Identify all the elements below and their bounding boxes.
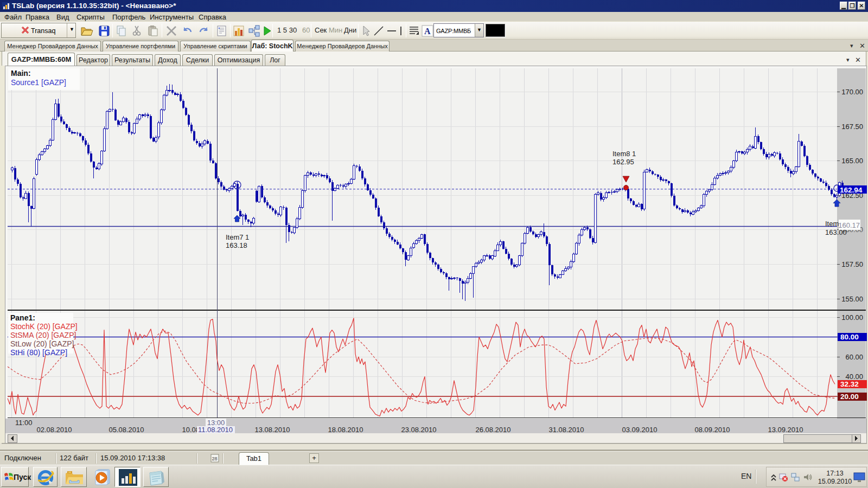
- svg-text:02.08.2010: 02.08.2010: [36, 426, 72, 434]
- svg-text:60.00: 60.00: [845, 353, 863, 361]
- svg-text:162.94: 162.94: [840, 186, 863, 194]
- svg-text:23.08.2010: 23.08.2010: [401, 426, 436, 434]
- svg-text:80.00: 80.00: [840, 333, 859, 341]
- svg-text:100.00: 100.00: [841, 313, 863, 322]
- svg-text:170.00: 170.00: [841, 88, 863, 96]
- svg-text:26.08.2010: 26.08.2010: [475, 426, 510, 434]
- svg-text:StLow (20) [GAZP]: StLow (20) [GAZP]: [10, 339, 74, 348]
- svg-text:18.08.2010: 18.08.2010: [328, 426, 363, 434]
- svg-text:Item7 1: Item7 1: [226, 233, 249, 241]
- svg-text:StHi (80) [GAZP]: StHi (80) [GAZP]: [10, 348, 67, 357]
- svg-text:32.32: 32.32: [840, 380, 859, 388]
- svg-text:StochK (20) [GAZP]: StochK (20) [GAZP]: [10, 322, 78, 331]
- svg-text:28: 28: [212, 456, 218, 461]
- svg-text:Main:: Main:: [11, 69, 31, 78]
- svg-text:Item8 1: Item8 1: [612, 150, 636, 158]
- svg-text:163.00: 163.00: [825, 228, 847, 236]
- svg-text:20.00: 20.00: [840, 393, 859, 401]
- svg-text:40.00: 40.00: [845, 373, 863, 381]
- svg-text:167.50: 167.50: [841, 123, 863, 131]
- svg-text:11:00: 11:00: [15, 419, 33, 427]
- svg-text:A: A: [424, 27, 431, 36]
- svg-text:Source1 [GAZP]: Source1 [GAZP]: [11, 78, 66, 87]
- svg-text:155.00: 155.00: [841, 295, 863, 303]
- svg-text:31.08.2010: 31.08.2010: [548, 426, 584, 434]
- svg-text:163.18: 163.18: [226, 241, 247, 249]
- svg-text:05.08.2010: 05.08.2010: [108, 426, 144, 434]
- svg-text:165.00: 165.00: [841, 157, 863, 165]
- svg-text:162.95: 162.95: [612, 158, 634, 166]
- svg-text:13.09.2010: 13.09.2010: [768, 426, 803, 434]
- svg-text:11.08.2010: 11.08.2010: [198, 426, 233, 434]
- svg-text:03.09.2010: 03.09.2010: [622, 426, 657, 434]
- svg-text:08.09.2010: 08.09.2010: [694, 426, 730, 434]
- svg-text:157.50: 157.50: [841, 260, 863, 268]
- svg-text:StSMA (20) [GAZP]: StSMA (20) [GAZP]: [10, 331, 76, 339]
- svg-text:Pane1:: Pane1:: [10, 313, 35, 322]
- svg-text:13.08.2010: 13.08.2010: [254, 426, 290, 434]
